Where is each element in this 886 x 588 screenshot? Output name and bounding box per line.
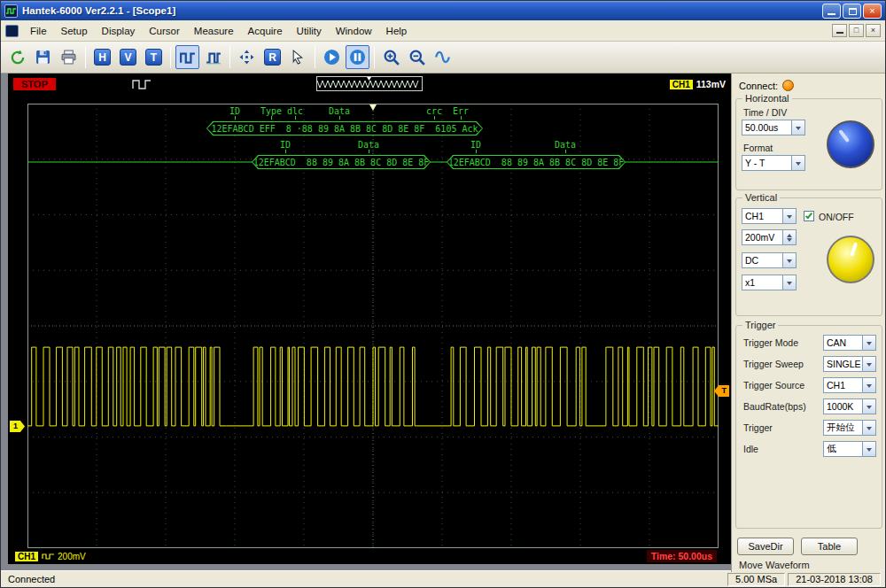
print-button[interactable] [57, 45, 81, 69]
maximize-icon [849, 8, 857, 15]
trigger-level-value: 113mV [696, 79, 726, 89]
can-frame-3[interactable]: 12EFABCD 88 89 8A 8B 8C 8D 8E 8F [447, 155, 626, 169]
table-button[interactable]: Table [801, 538, 858, 555]
trigger-condition-value: 开始位 [824, 422, 862, 434]
toolbar-separator [315, 47, 315, 68]
run-button[interactable] [320, 45, 344, 69]
refresh-icon [10, 50, 26, 66]
pulse-trigger-button[interactable] [175, 45, 199, 69]
edge-trigger-button[interactable] [201, 45, 225, 69]
savedir-button[interactable]: SaveDir [737, 538, 794, 555]
horizontal-panel-button[interactable]: H [90, 45, 114, 69]
minimize-icon [828, 13, 835, 15]
save-button[interactable] [31, 45, 55, 69]
refresh-button[interactable] [5, 45, 29, 69]
waveform-preview[interactable] [316, 76, 423, 91]
trigger-condition-select[interactable]: 开始位 [823, 420, 876, 436]
toolbar: H V T R [1, 42, 885, 74]
zoom-out-button[interactable] [405, 45, 429, 69]
trigger-sweep-select[interactable]: SINGLE [823, 356, 876, 372]
idle-select[interactable]: 低 [823, 441, 876, 457]
chevron-down-icon [791, 156, 804, 170]
document-icon[interactable] [5, 25, 19, 37]
pause-button[interactable] [346, 45, 369, 69]
window-title: Hantek-6000 Ver2.2.1 - [Scope1] [22, 5, 175, 16]
status-bar: Connected 5.00 MSa 21-03-2018 13:08 [1, 570, 885, 587]
main-area: STOP CH1 113mV ID Type dlc Data crc [1, 74, 885, 570]
menu-bar: File Setup Display Cursor Measure Acquir… [1, 20, 885, 42]
volts-div-spinner[interactable]: 200mV [742, 229, 797, 245]
format-select[interactable]: Y - T [742, 155, 805, 171]
fit-screen-button[interactable] [235, 45, 259, 69]
close-button[interactable]: × [863, 4, 882, 19]
zoom-out-icon [409, 50, 425, 66]
save-icon [35, 50, 51, 65]
horizontal-group-title: Horizontal [742, 93, 792, 104]
channel-select[interactable]: CH1 [742, 208, 797, 224]
check-icon [805, 212, 812, 220]
toolbar-separator [170, 47, 171, 68]
minimize-button[interactable] [822, 4, 841, 19]
trigger-sweep-value: SINGLE [824, 359, 862, 369]
baudrate-value: 1000K [824, 401, 862, 412]
child-restore-button[interactable]: □ [849, 24, 864, 37]
horizontal-knob[interactable] [827, 120, 874, 168]
menu-setup[interactable]: Setup [54, 23, 95, 39]
idle-label: Idle [743, 444, 758, 454]
baudrate-select[interactable]: 1000K [823, 398, 876, 414]
channel-onoff-checkbox[interactable] [804, 211, 814, 221]
channel-value: CH1 [742, 211, 782, 221]
chevron-down-icon [782, 253, 796, 267]
spinner-arrows-icon[interactable] [782, 230, 796, 244]
can-frame-2[interactable]: 12EFABCD 88 89 8A 8B 8C 8D 8E 8F [252, 155, 431, 169]
can-frame-1[interactable]: 12EFABCD EFF 8 ·88 89 8A 8B 8C 8D 8E 8F … [206, 121, 483, 135]
trigger-source-select[interactable]: CH1 [823, 377, 876, 393]
edge-icon [206, 50, 222, 65]
play-icon [323, 49, 340, 66]
expand-arrows-icon [239, 50, 254, 65]
connect-indicator-icon [782, 80, 794, 91]
vertical-knob[interactable] [827, 236, 874, 283]
channel1-ground-marker[interactable]: 1 [10, 421, 25, 432]
waveform-generator-button[interactable] [431, 45, 455, 69]
menu-acquire[interactable]: Acquire [241, 23, 290, 39]
format-label: Format [743, 143, 773, 153]
zoom-in-button[interactable] [379, 45, 403, 69]
menu-file[interactable]: File [23, 23, 54, 39]
trigger-mode-select[interactable]: CAN [823, 335, 876, 351]
menu-window[interactable]: Window [329, 23, 379, 39]
vertical-panel-button[interactable]: V [116, 45, 140, 69]
sine-wave-icon [434, 50, 451, 65]
h-button-label: H [94, 49, 111, 66]
menu-measure[interactable]: Measure [187, 23, 241, 39]
reset-button[interactable]: R [260, 45, 284, 69]
auto-setup-button[interactable] [286, 45, 310, 69]
trigger-panel-button[interactable]: T [142, 45, 166, 69]
coupling-select[interactable]: DC [742, 252, 797, 268]
scope-grid-area[interactable]: ID Type dlc Data crc Err 12EFABCD EFF 8 … [27, 104, 719, 548]
child-minimize-button[interactable] [832, 24, 847, 37]
decode-row2-id1: ID [280, 140, 291, 150]
menu-help[interactable]: Help [379, 23, 415, 39]
time-div-label: Time / DIV [743, 107, 787, 118]
child-close-button[interactable]: × [866, 24, 881, 37]
decode-header-err: Err [453, 106, 469, 116]
connect-label: Connect: [739, 81, 778, 91]
minimize-icon [836, 32, 843, 34]
title-bar[interactable]: Hantek-6000 Ver2.2.1 - [Scope1] × [1, 1, 885, 20]
close-icon: × [869, 5, 874, 16]
menu-utility[interactable]: Utility [290, 23, 329, 39]
time-div-select[interactable]: 50.00us [742, 120, 805, 135]
channel-badge: CH1 [15, 552, 38, 561]
time-div-value: 50.00us [742, 122, 791, 133]
menu-cursor[interactable]: Cursor [142, 23, 187, 39]
channel-badge: CH1 [670, 80, 693, 89]
probe-select[interactable]: x1 [742, 275, 797, 290]
chevron-down-icon [862, 336, 875, 350]
sample-rate: 5.00 MSa [727, 573, 785, 586]
maximize-button[interactable] [843, 4, 861, 19]
vertical-group-title: Vertical [742, 192, 780, 203]
menu-display[interactable]: Display [95, 23, 143, 39]
baudrate-label: BaudRate(bps) [743, 401, 806, 412]
decode-header-crc: crc [426, 106, 442, 116]
